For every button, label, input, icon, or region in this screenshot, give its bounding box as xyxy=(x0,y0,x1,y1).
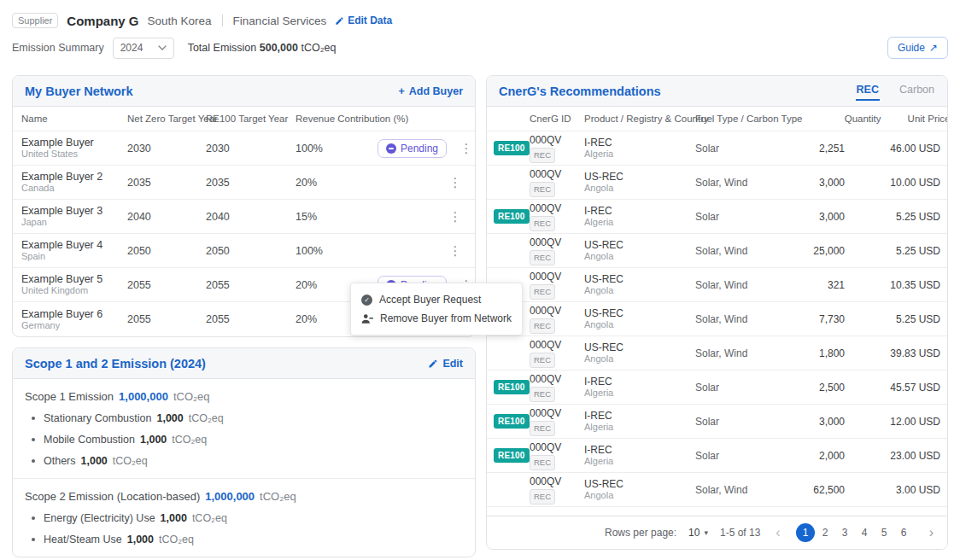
row-menu-button[interactable]: ⋮ xyxy=(444,176,466,189)
product-registry: I-REC xyxy=(584,205,695,217)
scope1-item-unit: tCO₂eq xyxy=(189,412,224,424)
status-label: Pending xyxy=(401,143,438,155)
product-registry: US-REC xyxy=(584,307,695,319)
rows-per-page-select[interactable]: 10 ▾ xyxy=(688,527,708,539)
fuel-type: Solar xyxy=(695,143,766,155)
unit-price: 45.57 USD xyxy=(845,382,940,394)
dropdown-arrow-icon: ▾ xyxy=(704,528,708,537)
year-select[interactable]: 2024 xyxy=(113,38,174,59)
pagination-range: 1-5 of 13 xyxy=(720,527,760,539)
scope1-item-unit: tCO₂eq xyxy=(172,434,207,446)
product-country: Angola xyxy=(584,285,695,296)
buyer-country: Japan xyxy=(21,217,127,228)
edit-data-button[interactable]: Edit Data xyxy=(335,15,392,26)
scope2-item-unit: tCO₂eq xyxy=(159,534,194,545)
tab-rec[interactable]: REC xyxy=(856,82,880,101)
scope2-unit: tCO₂eq xyxy=(260,490,296,503)
plus-icon: + xyxy=(398,85,404,97)
product-country: Angola xyxy=(584,319,695,330)
table-row: Example Buyer 4 Spain 2050 2050 100% xyxy=(13,234,475,268)
page-button[interactable]: 4 xyxy=(855,523,874,542)
table-row: Example Buyer 2 Canada 2035 2035 20% xyxy=(13,166,475,200)
product-country: Algeria xyxy=(584,217,695,228)
scope1-item-value: 1,000 xyxy=(140,434,167,446)
person-remove-icon xyxy=(361,313,373,324)
cnerg-id: 000QV xyxy=(530,441,584,453)
quantity: 321 xyxy=(766,279,845,291)
total-emission-unit: tCO₂eq xyxy=(301,42,336,54)
accept-buyer-request-item[interactable]: ✓ Accept Buyer Request xyxy=(361,290,512,309)
product-registry: US-REC xyxy=(584,478,695,490)
quantity: 3,000 xyxy=(766,177,845,189)
row-menu-button[interactable]: ⋮ xyxy=(455,142,476,155)
quantity: 62,500 xyxy=(766,484,845,496)
fuel-type: Solar xyxy=(695,382,766,394)
table-row: RE100 000QV REC US-REC Angola Solar, Win… xyxy=(487,166,947,200)
rec-chip: REC xyxy=(530,182,555,197)
re100-badge: RE100 xyxy=(494,209,530,224)
cnerg-id: 000QV xyxy=(530,271,584,283)
net-zero-target-year: 2055 xyxy=(127,279,206,291)
table-row: RE100 000QV REC I-REC Algeria Solar xyxy=(487,439,947,473)
page-buttons: 1 2 3 4 5 6 xyxy=(796,523,914,542)
row-menu-button[interactable]: ⋮ xyxy=(444,244,466,257)
check-circle-icon: ✓ xyxy=(361,295,372,306)
fuel-type: Solar xyxy=(695,416,766,428)
bullet-icon xyxy=(32,459,35,463)
rec-chip: REC xyxy=(530,148,555,163)
scope1-item-label: Others xyxy=(44,455,76,467)
re100-target-year: 2035 xyxy=(206,177,296,189)
unit-price: 5.25 USD xyxy=(845,245,940,257)
product-registry: US-REC xyxy=(584,341,695,353)
revenue-contribution: 100% xyxy=(296,143,378,155)
cnerg-id: 000QV xyxy=(530,236,584,248)
scope1-item-label: Stationary Combustion xyxy=(44,412,151,424)
rec-chip: REC xyxy=(530,318,555,334)
tab-carbon[interactable]: Carbon xyxy=(899,82,935,101)
product-registry: I-REC xyxy=(584,444,695,456)
recommendations-panel: CnerG's Recommendations REC Carbon CnerG… xyxy=(486,75,948,550)
unit-price: 46.00 USD xyxy=(845,143,940,155)
scope1-section: Scope 1 Emission 1,000,000 tCO₂eq Statio… xyxy=(13,379,475,478)
guide-button[interactable]: Guide ↗ xyxy=(887,37,948,59)
scope1-unit: tCO₂eq xyxy=(173,390,210,403)
unit-price: 23.00 USD xyxy=(845,450,940,462)
scope2-item-unit: tCO₂eq xyxy=(192,512,227,524)
buyer-country: United Kingdom xyxy=(21,285,127,296)
column-fuel-type: Fuel Type / Carbon Type xyxy=(695,114,803,124)
next-page-button[interactable]: › xyxy=(926,526,937,540)
add-buyer-button[interactable]: + Add Buyer xyxy=(398,85,463,97)
page-button[interactable]: 1 xyxy=(796,523,815,542)
buyer-name: Example Buyer xyxy=(21,137,127,149)
scope1-label: Scope 1 Emission xyxy=(25,390,114,403)
recommendations-tabs: REC Carbon xyxy=(856,82,935,101)
product-country: Angola xyxy=(584,183,695,194)
total-emission: Total Emission 500,000 tCO₂eq xyxy=(188,42,337,54)
product-country: Algeria xyxy=(584,149,695,160)
table-row: RE100 000QV REC I-REC Algeria Solar xyxy=(487,370,947,405)
table-row: Example Buyer 3 Japan 2040 2040 15% xyxy=(13,200,475,234)
buyer-name: Example Buyer 4 xyxy=(21,239,127,251)
row-menu-button[interactable]: ⋮ xyxy=(444,210,466,223)
product-registry: I-REC xyxy=(584,137,695,149)
rec-chip: REC xyxy=(530,353,555,368)
page-button[interactable]: 2 xyxy=(816,523,834,542)
table-row-partial: 000QV US-REC xyxy=(487,507,947,516)
column-name: Name xyxy=(21,114,127,124)
previous-page-button[interactable]: ‹ xyxy=(772,526,783,540)
quantity: 3,000 xyxy=(766,416,845,428)
scope-emission-title: Scope 1 and 2 Emission (2024) xyxy=(25,357,206,370)
recommendations-table-body: RE100 000QV REC I-REC Algeria Solar xyxy=(487,131,947,516)
table-row: RE100 000QV REC US-REC Angola Solar, Win… xyxy=(487,473,947,507)
page-button[interactable]: 6 xyxy=(894,523,913,542)
buyer-name: Example Buyer 2 xyxy=(21,171,127,183)
fuel-type: Solar, Wind xyxy=(695,484,766,496)
buyer-country: Germany xyxy=(21,320,127,331)
edit-emission-button[interactable]: Edit xyxy=(428,358,463,370)
page-button[interactable]: 3 xyxy=(835,523,854,542)
product-registry: US-REC xyxy=(584,273,695,285)
product-country: Angola xyxy=(584,353,695,365)
remove-buyer-item[interactable]: Remove Buyer from Network xyxy=(361,309,512,328)
page-button[interactable]: 5 xyxy=(875,523,893,542)
unit-price: 39.83 USD xyxy=(845,347,940,359)
